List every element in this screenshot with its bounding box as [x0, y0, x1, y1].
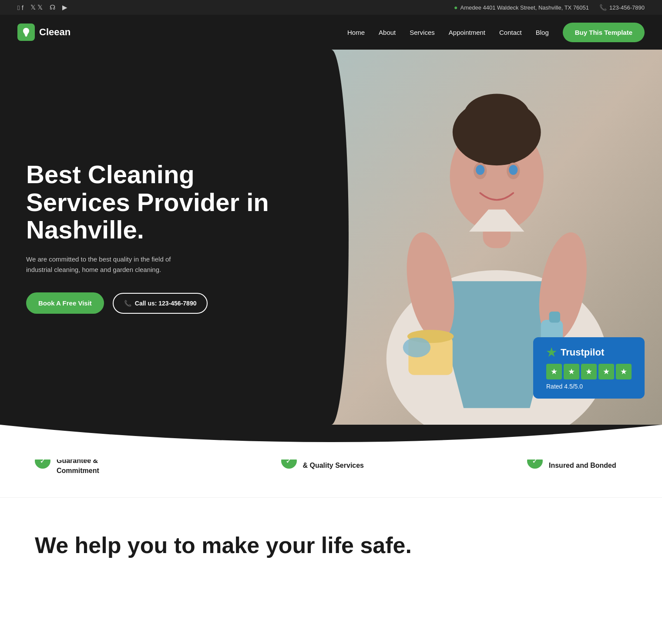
star-4: ★ — [598, 364, 614, 379]
nav-blog[interactable]: Blog — [536, 29, 549, 36]
hero-section: Best Cleaning Services Provider in Nashv… — [0, 50, 662, 425]
logo-text: Cleean — [39, 27, 71, 38]
nav-links: Home About Services Appointment Contact … — [347, 23, 645, 42]
address-text: Amedee 4401 Waldeck Street, Nashville, T… — [460, 4, 589, 11]
call-button[interactable]: 📞 Call us: 123-456-7890 — [113, 293, 208, 314]
bottom-section: We help you to make your life safe. — [0, 498, 662, 576]
svg-rect-0 — [25, 35, 27, 36]
trustpilot-stars: ★ ★ ★ ★ ★ — [546, 364, 632, 379]
location-icon: ● — [454, 4, 457, 11]
star-1: ★ — [546, 364, 562, 379]
phone-icon-btn: 📞 — [124, 300, 131, 307]
logo-icon — [17, 23, 35, 41]
twitter-icon[interactable]: 𝕏 𝕏 — [30, 3, 43, 11]
trustpilot-name: Trustpilot — [561, 347, 604, 358]
navbar: Cleean Home About Services Appointment C… — [0, 15, 662, 50]
nav-appointment[interactable]: Appointment — [449, 29, 485, 36]
hero-buttons: Book A Free Visit 📞 Call us: 123-456-789… — [26, 292, 305, 314]
hero-image: ★ Trustpilot ★ ★ ★ ★ ★ Rated 4.5/5.0 — [331, 50, 662, 425]
facebook-icon[interactable]:  f — [17, 4, 24, 11]
bottom-title: We help you to make your life safe. — [35, 533, 627, 559]
nav-services[interactable]: Services — [410, 29, 435, 36]
phone-icon: 📞 — [599, 4, 607, 11]
logo[interactable]: Cleean — [17, 23, 71, 41]
address-info: ● Amedee 4401 Waldeck Street, Nashville,… — [454, 4, 589, 11]
trustpilot-header: ★ Trustpilot — [546, 346, 632, 359]
star-2: ★ — [564, 364, 579, 379]
star-3: ★ — [581, 364, 597, 379]
svg-point-12 — [509, 165, 518, 175]
star-5: ★ — [616, 364, 632, 379]
hero-title: Best Cleaning Services Provider in Nashv… — [26, 161, 305, 244]
book-visit-button[interactable]: Book A Free Visit — [26, 292, 104, 314]
trustpilot-star-icon: ★ — [546, 346, 556, 359]
nav-home[interactable]: Home — [347, 29, 365, 36]
top-bar:  f 𝕏 𝕏 ☊ ▶ ● Amedee 4401 Waldeck Street… — [0, 0, 662, 15]
svg-point-8 — [464, 94, 530, 138]
svg-rect-1 — [25, 36, 27, 37]
call-label: Call us: 123-456-7890 — [135, 300, 197, 307]
svg-rect-18 — [549, 312, 560, 322]
svg-point-11 — [476, 165, 484, 175]
svg-point-19 — [403, 338, 430, 358]
phone-text: 123-456-7890 — [609, 4, 645, 11]
contact-info: ● Amedee 4401 Waldeck Street, Nashville,… — [454, 4, 645, 11]
hero-content: Best Cleaning Services Provider in Nashv… — [0, 50, 331, 425]
trustpilot-card: ★ Trustpilot ★ ★ ★ ★ ★ Rated 4.5/5.0 — [533, 337, 645, 399]
social-icons:  f 𝕏 𝕏 ☊ ▶ — [17, 3, 67, 11]
nav-about[interactable]: About — [379, 29, 396, 36]
youtube-icon[interactable]: ▶ — [62, 3, 67, 11]
trustpilot-rating: Rated 4.5/5.0 — [546, 383, 632, 390]
buy-template-button[interactable]: Buy This Template — [563, 23, 645, 42]
nav-contact[interactable]: Contact — [499, 29, 522, 36]
phone-info: 📞 123-456-7890 — [599, 4, 645, 11]
instagram-icon[interactable]: ☊ — [50, 3, 55, 11]
hero-subtitle: We are committed to the best quality in … — [26, 254, 192, 275]
